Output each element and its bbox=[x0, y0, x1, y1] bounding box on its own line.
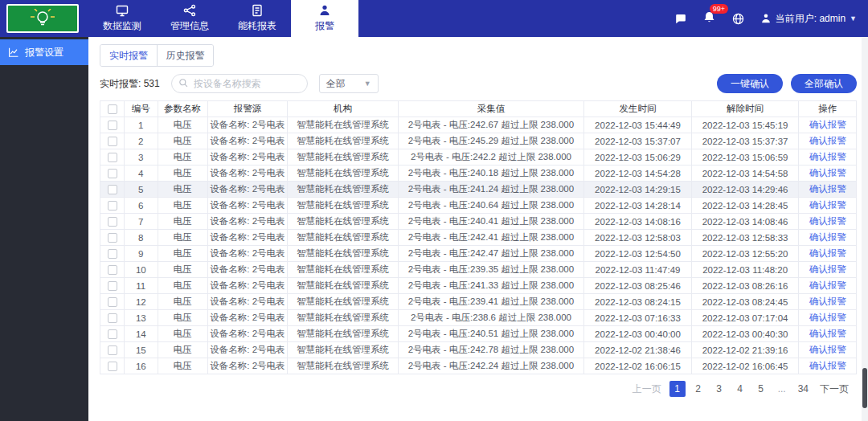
confirm-alarm-link[interactable]: 确认报警 bbox=[809, 345, 846, 354]
confirm-alarm-link[interactable]: 确认报警 bbox=[809, 264, 846, 274]
notification-bell[interactable]: 99+ bbox=[702, 10, 716, 27]
cell-source: 设备名称: 2号电表 bbox=[207, 133, 288, 149]
confirm-alarm-link[interactable]: 确认报警 bbox=[809, 136, 846, 145]
row-checkbox[interactable] bbox=[108, 281, 117, 291]
confirm-alarm-link[interactable]: 确认报警 bbox=[809, 232, 846, 242]
row-checkbox[interactable] bbox=[108, 297, 117, 307]
row-action-cell: 确认报警 bbox=[799, 310, 857, 326]
confirm-alarm-link[interactable]: 确认报警 bbox=[809, 280, 846, 290]
confirm-all-button[interactable]: 全部确认 bbox=[791, 74, 857, 93]
page-button[interactable]: 1 bbox=[669, 381, 686, 397]
next-page-button[interactable]: 下一页 bbox=[817, 381, 852, 397]
confirm-alarm-link[interactable]: 确认报警 bbox=[809, 200, 846, 210]
confirm-alarm-link[interactable]: 确认报警 bbox=[809, 216, 846, 226]
row-checkbox-cell bbox=[100, 310, 125, 326]
confirm-alarm-link[interactable]: 确认报警 bbox=[809, 120, 846, 129]
cell-occurred: 2022-12-03 14:28:14 bbox=[584, 198, 692, 214]
cell-source: 设备名称: 2号电表 bbox=[207, 214, 288, 230]
confirm-alarm-link[interactable]: 确认报警 bbox=[809, 296, 846, 306]
confirm-alarm-link[interactable]: 确认报警 bbox=[809, 184, 846, 194]
confirm-alarm-link[interactable]: 确认报警 bbox=[809, 313, 846, 322]
row-checkbox[interactable] bbox=[108, 329, 117, 339]
cell-org: 智慧能耗在线管理系统 bbox=[288, 182, 398, 198]
cell-value: 2号电表 - 电压:239.35 超过上限 238.000 bbox=[398, 262, 584, 278]
cell-value: 2号电表 - 电压:242.2 超过上限 238.000 bbox=[398, 149, 584, 166]
tab-realtime-alarm[interactable]: 实时报警 bbox=[100, 45, 157, 66]
cell-cleared: 2022-12-03 08:24:45 bbox=[691, 294, 799, 310]
cell-id: 4 bbox=[125, 166, 158, 182]
column-header: 采集值 bbox=[398, 101, 584, 117]
row-checkbox[interactable] bbox=[108, 153, 117, 162]
nav-item-data-monitor[interactable]: 数据监测 bbox=[88, 0, 156, 37]
nav-item-management-info[interactable]: 管理信息 bbox=[156, 0, 223, 37]
row-checkbox[interactable] bbox=[108, 185, 117, 194]
table-row: 1电压设备名称: 2号电表智慧能耗在线管理系统2号电表 - 电压:242.67 … bbox=[100, 117, 857, 133]
row-checkbox[interactable] bbox=[108, 313, 117, 323]
cell-source: 设备名称: 2号电表 bbox=[207, 166, 288, 182]
page-button[interactable]: 2 bbox=[690, 381, 706, 397]
confirm-alarm-link[interactable]: 确认报警 bbox=[809, 361, 846, 370]
cell-occurred: 2022-12-02 21:38:46 bbox=[584, 342, 692, 358]
cell-source: 设备名称: 2号电表 bbox=[207, 149, 288, 166]
row-action-cell: 确认报警 bbox=[799, 198, 857, 214]
navbar-right: 99+ 当前用户: admin ▼ bbox=[674, 0, 868, 37]
row-action-cell: 确认报警 bbox=[799, 117, 857, 133]
chevron-down-icon: ▼ bbox=[364, 80, 371, 88]
cell-id: 13 bbox=[125, 310, 158, 326]
confirm-alarm-link[interactable]: 确认报警 bbox=[809, 152, 846, 161]
search-input[interactable] bbox=[171, 74, 308, 93]
confirm-alarm-link[interactable]: 确认报警 bbox=[809, 329, 846, 338]
row-checkbox[interactable] bbox=[108, 265, 117, 275]
page-button[interactable]: 3 bbox=[711, 381, 727, 397]
nav-item-energy-report[interactable]: 能耗报表 bbox=[223, 0, 291, 37]
cell-occurred: 2022-12-02 16:06:15 bbox=[584, 358, 692, 374]
row-action-cell: 确认报警 bbox=[799, 230, 857, 246]
scrollbar-thumb[interactable] bbox=[862, 368, 867, 408]
nav-item-alarm[interactable]: 报警 bbox=[291, 0, 358, 37]
tab-history-alarm[interactable]: 历史报警 bbox=[157, 45, 213, 66]
current-user-menu[interactable]: 当前用户: admin ▼ bbox=[760, 12, 857, 26]
row-action-cell: 确认报警 bbox=[799, 358, 857, 374]
realtime-alarm-count: 实时报警: 531 bbox=[100, 77, 160, 91]
row-checkbox[interactable] bbox=[108, 217, 117, 227]
column-header: 机构 bbox=[288, 101, 398, 117]
main-content: 实时报警 历史报警 实时报警: 531 全部 ▼ 一键确认 bbox=[88, 37, 868, 421]
row-checkbox[interactable] bbox=[108, 137, 117, 146]
cell-source: 设备名称: 2号电表 bbox=[207, 262, 288, 278]
row-checkbox[interactable] bbox=[108, 362, 117, 371]
cell-occurred: 2022-12-03 11:47:49 bbox=[584, 262, 692, 278]
cell-cleared: 2022-12-03 12:55:20 bbox=[691, 246, 799, 262]
row-checkbox[interactable] bbox=[108, 345, 117, 355]
cell-occurred: 2022-12-03 15:06:29 bbox=[584, 149, 692, 166]
column-header: 操作 bbox=[799, 101, 857, 117]
row-checkbox-cell bbox=[100, 149, 125, 166]
table-row: 5电压设备名称: 2号电表智慧能耗在线管理系统2号电表 - 电压:241.24 … bbox=[100, 182, 857, 198]
cell-org: 智慧能耗在线管理系统 bbox=[288, 310, 398, 326]
row-checkbox[interactable] bbox=[108, 249, 117, 259]
page-button[interactable]: 4 bbox=[732, 381, 748, 397]
globe-icon[interactable] bbox=[731, 12, 745, 26]
row-action-cell: 确认报警 bbox=[799, 262, 857, 278]
row-checkbox[interactable] bbox=[108, 169, 117, 178]
chat-icon[interactable] bbox=[674, 12, 687, 26]
monitor-icon bbox=[116, 4, 129, 17]
confirm-alarm-link[interactable]: 确认报警 bbox=[809, 168, 846, 178]
confirm-selected-button[interactable]: 一键确认 bbox=[717, 74, 783, 93]
row-checkbox[interactable] bbox=[108, 233, 117, 243]
row-checkbox[interactable] bbox=[108, 201, 117, 210]
cell-org: 智慧能耗在线管理系统 bbox=[288, 294, 398, 310]
scrollbar[interactable] bbox=[862, 37, 868, 421]
column-header: 参数名称 bbox=[158, 101, 207, 117]
sidebar-item-alarm-settings[interactable]: 报警设置 bbox=[0, 39, 88, 65]
filter-select[interactable]: 全部 ▼ bbox=[319, 74, 379, 93]
select-all-checkbox[interactable] bbox=[108, 104, 117, 114]
page-button[interactable]: 34 bbox=[795, 381, 812, 397]
confirm-alarm-link[interactable]: 确认报警 bbox=[809, 248, 846, 258]
page-button[interactable]: 5 bbox=[753, 381, 769, 397]
row-checkbox[interactable] bbox=[108, 121, 117, 130]
row-action-cell: 确认报警 bbox=[799, 294, 857, 310]
cell-cleared: 2022-12-03 00:40:30 bbox=[691, 326, 799, 342]
cell-id: 2 bbox=[125, 133, 158, 149]
cell-value: 2号电表 - 电压:242.67 超过上限 238.000 bbox=[398, 117, 584, 133]
prev-page-button[interactable]: 上一页 bbox=[629, 381, 665, 397]
